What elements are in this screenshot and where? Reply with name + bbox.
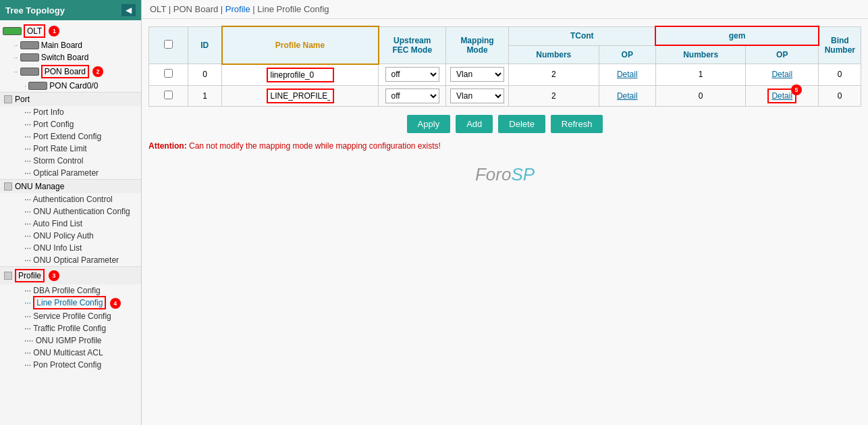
menu-onu-igmp[interactable]: ···· ONU IGMP Profile [0,334,141,347]
tree-node-olt[interactable]: OLT 1 [0,23,141,39]
content-area: ID Profile Name Upstream FEC Mode Mappin… [142,19,868,425]
row1-gem-op: Detail 5 [746,85,819,106]
breadcrumb-pon-board[interactable]: PON Board [173,4,218,14]
olt-label: OLT [24,24,45,38]
col-header-tcont-op: OP [599,45,655,64]
col-header-gem-numbers: Numbers [655,45,745,64]
line-profile-table: ID Profile Name Upstream FEC Mode Mappin… [148,26,861,107]
sidebar-title: Tree Topology ◀ [0,0,141,20]
menu-optical-parameter[interactable]: ··· Optical Parameter [0,167,141,179]
row1-tcont-numbers: 2 [509,85,599,106]
col-header-gem-op: OP [746,45,819,64]
row1-tcont-op: Detail [599,85,655,106]
attention-message: Attention: Can not modify the mapping mo… [148,141,861,151]
attention-text: Can not modify the mapping mode while ma… [189,141,441,151]
row1-gem-numbers: 0 [655,85,745,106]
breadcrumb-line-profile: Line Profile Config [257,4,329,14]
refresh-button[interactable]: Refresh [551,115,603,133]
sidebar-collapse-button[interactable]: ◀ [121,4,136,16]
menu-port-config[interactable]: ··· Port Config [0,118,141,130]
menu-onu-info-list[interactable]: ··· ONU Info List [0,242,141,254]
pon-card-icon [28,82,47,90]
row1-gem-detail-button[interactable]: Detail 5 [767,89,796,103]
breadcrumb-olt[interactable]: OLT [150,4,166,14]
menu-port-info[interactable]: ··· Port Info [0,106,141,118]
row1-checkbox[interactable] [164,91,173,99]
section-onu-manage: ONU Manage [0,179,141,193]
pon-board-badge: 2 [92,66,103,77]
menu-onu-policy-auth[interactable]: ··· ONU Policy Auth [0,230,141,242]
main-board-icon [20,41,39,49]
breadcrumb: OLT | PON Board | Profile | Line Profile… [142,0,868,19]
apply-button[interactable]: Apply [407,115,451,133]
gem-op-badge: 5 [791,84,802,95]
menu-onu-auth-config[interactable]: ··· ONU Authentication Config [0,205,141,218]
sidebar: Tree Topology ◀ OLT 1 ·· Main Board ·· S… [0,0,142,425]
row0-profile-name [222,64,379,86]
profile-section-icon [4,272,12,280]
row0-tcont-numbers: 2 [509,64,599,86]
col-header-tcont: TCont [509,26,656,45]
row0-profile-name-input[interactable] [267,68,334,82]
tree-node-main-board[interactable]: ·· Main Board [0,39,141,51]
add-button[interactable]: Add [456,115,493,133]
menu-auth-control[interactable]: ··· Authentication Control [0,193,141,205]
menu-service-profile[interactable]: ··· Service Profile Config [0,310,141,322]
profile-section-label: Profile [15,269,45,282]
col-header-fec: Upstream FEC Mode [379,26,446,64]
col-header-mapping: Mapping Mode [446,26,509,64]
menu-onu-optical-param[interactable]: ··· ONU Optical Parameter [0,254,141,266]
tree-node-pon-card[interactable]: · PON Card0/0 [0,80,141,92]
port-section-label: Port [15,95,30,104]
row0-gem-op: Detail [746,64,819,86]
row1-profile-name-input[interactable] [267,89,334,103]
row1-fec-select[interactable]: off on [385,89,439,103]
col-header-profile-name: Profile Name [222,26,379,64]
line-profile-badge: 4 [110,298,121,309]
pon-board-label: PON Board [41,65,89,78]
menu-line-profile-config[interactable]: ··· Line Profile Config 4 [0,297,141,310]
row1-mapping: Vlan Gem GemPort [446,85,509,106]
row1-mapping-select[interactable]: Vlan Gem GemPort [450,89,504,103]
row0-mapping-select[interactable]: Vlan Gem GemPort [450,67,504,82]
main-board-label: Main Board [41,41,82,50]
col-header-id: ID [188,26,222,64]
menu-auto-find-list[interactable]: ··· Auto Find List [0,218,141,230]
row0-fec-select[interactable]: off on [385,67,439,82]
watermark-text2: SP [511,164,535,184]
row0-tcont-op: Detail [599,64,655,86]
menu-traffic-profile[interactable]: ··· Traffic Profile Config [0,322,141,334]
tree-node-pon-board[interactable]: ·· PON Board 2 [0,64,141,80]
row1-fec: off on [379,85,446,106]
row0-gem-numbers: 1 [655,64,745,86]
menu-pon-protect[interactable]: ··· Pon Protect Config [0,359,141,371]
menu-dba-profile[interactable]: ··· DBA Profile Config [0,284,141,297]
port-section-icon [4,95,12,103]
attention-prefix: Attention: [148,141,187,151]
row0-mapping: Vlan Gem GemPort [446,64,509,86]
select-all-checkbox[interactable] [164,40,173,49]
row0-id: 0 [188,64,222,86]
tree-node-switch-board[interactable]: ·· Switch Board [0,51,141,64]
col-header-tcont-numbers: Numbers [509,45,599,64]
delete-button[interactable]: Delete [498,115,545,133]
menu-port-rate-limit[interactable]: ··· Port Rate Limit [0,143,141,155]
row0-tcont-detail-button[interactable]: Detail [617,70,638,79]
pon-board-icon [20,68,39,76]
row0-fec: off on [379,64,446,86]
col-header-bind: Bind Number [819,26,861,64]
breadcrumb-profile[interactable]: Profile [225,4,250,14]
olt-badge: 1 [49,26,59,36]
olt-icon [3,27,22,35]
row1-tcont-detail-button[interactable]: Detail [617,91,638,101]
row0-checkbox[interactable] [164,69,173,78]
action-buttons: Apply Add Delete Refresh [148,115,861,133]
profile-badge: 3 [49,270,59,281]
table-row: 1 off on Vlan [149,85,861,106]
row1-bind: 0 [819,85,861,106]
menu-storm-control[interactable]: ··· Storm Control [0,155,141,167]
menu-port-extend-config[interactable]: ··· Port Extend Config [0,130,141,143]
menu-onu-multicast[interactable]: ··· ONU Multicast ACL [0,347,141,359]
table-row: 0 off on Vlan [149,64,861,86]
row0-gem-detail-button[interactable]: Detail [771,70,792,79]
